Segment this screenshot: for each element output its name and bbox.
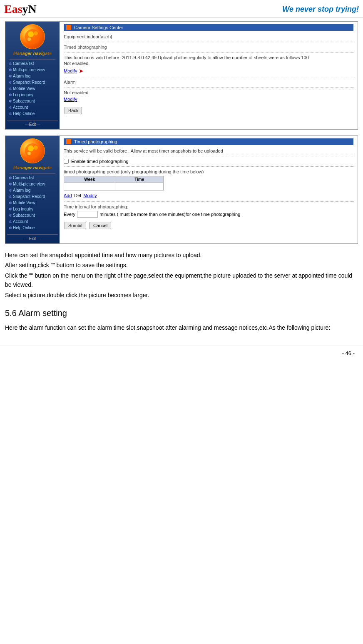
sidebar-item-snapshot-1[interactable]: ✲ Snapshot Record	[7, 79, 58, 85]
sidebar-label-snapshot-2: Snapshot Record	[13, 194, 45, 199]
logo-inner-1	[20, 25, 45, 49]
star-icon-11: ✲	[9, 182, 12, 186]
timed-photo-status: Not enabled.	[64, 61, 353, 66]
sidebar-label-log-1: Log inquiry	[13, 93, 33, 97]
sidebar-item-multi-1[interactable]: ✲ Multi-picture view	[7, 67, 58, 73]
svg-point-1	[28, 31, 34, 37]
logo-inner-2	[20, 139, 45, 163]
svg-point-0	[25, 29, 40, 44]
enable-timed-label: Enable timed photographing	[71, 159, 129, 164]
sidebar-label-subaccount-1: Subaccount	[13, 99, 35, 103]
table-row-empty	[64, 183, 164, 190]
star-icon-3: ✲	[9, 74, 12, 78]
sidebar-label-multi-2: Multi-picture view	[13, 182, 45, 186]
sidebar-item-multi-2[interactable]: ✲ Multi-picture view	[7, 181, 58, 187]
star-icon-14: ✲	[9, 201, 12, 205]
alarm-modify-link[interactable]: Modify	[64, 97, 77, 102]
cancel-button[interactable]: Cancel	[90, 222, 111, 229]
sidebar-label-subaccount-2: Subaccount	[13, 213, 35, 218]
panel1-title-bar: Camera Settings Center	[64, 24, 353, 31]
back-button[interactable]: Back	[65, 107, 82, 114]
sidebar-label-snapshot-1: Snapshot Record	[13, 80, 45, 85]
period-label: timed photographing period (only phograp…	[64, 169, 353, 174]
page-footer: - 46 -	[0, 346, 363, 361]
svg-point-5	[28, 145, 34, 151]
sidebar-item-subaccount-1[interactable]: ✲ Subaccount	[7, 98, 58, 104]
panel2-divider-3	[64, 201, 353, 202]
sidebar-label-alarm-log-1: Alarm log	[13, 74, 30, 78]
sidebar-label-log-2: Log inquiry	[13, 207, 33, 211]
panel2-desc: This service will be valid before . Allo…	[64, 148, 353, 153]
sidebar-logo-2	[20, 138, 45, 163]
star-icon-2: ✲	[9, 68, 12, 72]
divider-4	[64, 87, 353, 88]
panel2-divider-1	[64, 156, 353, 156]
sidebar-item-log-2[interactable]: ✲ Log inquiry	[7, 206, 58, 212]
divider-2	[64, 52, 353, 53]
sidebar-item-snapshot-2[interactable]: ✲ Snapshot Record	[7, 193, 58, 200]
submit-button[interactable]: Sumbit	[65, 222, 86, 229]
red-arrow-icon: ➤	[79, 68, 84, 74]
divider-1	[64, 42, 353, 42]
sidebar-logo-1	[20, 24, 45, 49]
sidebar-exit-2[interactable]: —Exit—	[7, 234, 58, 241]
timed-photo-desc: This function is valid before :2011-9-8 …	[64, 55, 353, 60]
equipment-label: Equipment:indoor[aizrh]	[64, 34, 353, 39]
table-cell-time	[115, 183, 164, 190]
sidebar-2: Manager navigate ✲ Camera list ✲ Multi-p…	[5, 136, 60, 243]
logo: EasyN	[4, 3, 37, 16]
sidebar-label-multi-1: Multi-picture view	[13, 68, 45, 72]
timed-modify-link[interactable]: Modify	[64, 68, 77, 73]
sidebar-1: Manager navigate ✲ Camera list ✲ Multi-p…	[5, 22, 60, 129]
timed-photo-label: Timed photographing	[64, 45, 353, 50]
star-icon-5: ✲	[9, 87, 12, 91]
sidebar-item-help-2[interactable]: ✲ Help Online	[7, 225, 58, 231]
star-icon-8: ✲	[9, 105, 12, 110]
sidebar-item-account-1[interactable]: ✲ Account	[7, 104, 58, 110]
sidebar-item-subaccount-2[interactable]: ✲ Subaccount	[7, 212, 58, 218]
sidebar-item-camera-list-2[interactable]: ✲ Camera list	[7, 175, 58, 181]
panel1-content: Camera Settings Center Equipment:indoor[…	[60, 22, 358, 129]
alarm-section-label: Alarm	[64, 80, 353, 85]
star-icon-18: ✲	[9, 226, 12, 230]
submit-cancel-row: Sumbit Cancel	[64, 221, 353, 230]
table-header-time: Time	[115, 176, 164, 183]
panel2-content: Timed photographing This service will be…	[60, 136, 358, 243]
sidebar-label-alarm-log-2: Alarm log	[13, 188, 30, 193]
time-interval-row: Every minutes ( must be more than one mi…	[64, 211, 353, 218]
sidebar-item-log-1[interactable]: ✲ Log inquiry	[7, 92, 58, 98]
svg-point-7	[27, 152, 31, 155]
modify-timed-row: Modify ➤	[64, 68, 353, 74]
table-actions-row: Add Del Modify	[64, 192, 353, 199]
panel2-divider-2	[64, 166, 353, 167]
star-icon-7: ✲	[9, 99, 12, 103]
sidebar-label-camera-list-2: Camera list	[13, 175, 34, 180]
add-link[interactable]: Add	[64, 193, 72, 198]
sidebar-item-account-2[interactable]: ✲ Account	[7, 218, 58, 225]
alarm-status: Not enabled.	[64, 90, 353, 95]
sidebar-label-mobile-1: Mobile View	[13, 86, 35, 91]
every-label: Every	[64, 212, 75, 217]
star-icon-10: ✲	[9, 176, 12, 180]
divider-3	[64, 77, 353, 77]
sidebar-exit-1[interactable]: —Exit—	[7, 120, 58, 127]
sidebar-item-camera-list-1[interactable]: ✲ Camera list	[7, 60, 58, 67]
enable-timed-checkbox[interactable]	[64, 159, 69, 164]
modify-link[interactable]: Modify	[83, 193, 97, 198]
panel-camera-settings: Manager navigate ✲ Camera list ✲ Multi-p…	[5, 21, 358, 130]
sidebar-item-alarm-log-2[interactable]: ✲ Alarm log	[7, 187, 58, 193]
sidebar-divider-2	[10, 173, 55, 174]
sidebar-divider-1	[10, 59, 55, 60]
star-icon-15: ✲	[9, 207, 12, 211]
para1: Here can set the snapshot appointed time…	[5, 251, 358, 260]
time-interval-section-label: Time interval for photographing:	[64, 204, 353, 209]
sidebar-label-help-1: Help Online	[13, 111, 35, 116]
sidebar-label-camera-list-1: Camera list	[13, 61, 34, 66]
sidebar-item-mobile-1[interactable]: ✲ Mobile View	[7, 85, 58, 92]
sidebar-item-mobile-2[interactable]: ✲ Mobile View	[7, 200, 58, 206]
time-interval-input[interactable]	[77, 211, 98, 218]
sidebar-item-alarm-log-1[interactable]: ✲ Alarm log	[7, 73, 58, 79]
sidebar-label-account-2: Account	[13, 219, 28, 224]
svg-point-6	[34, 145, 38, 150]
sidebar-item-help-1[interactable]: ✲ Help Online	[7, 110, 58, 117]
